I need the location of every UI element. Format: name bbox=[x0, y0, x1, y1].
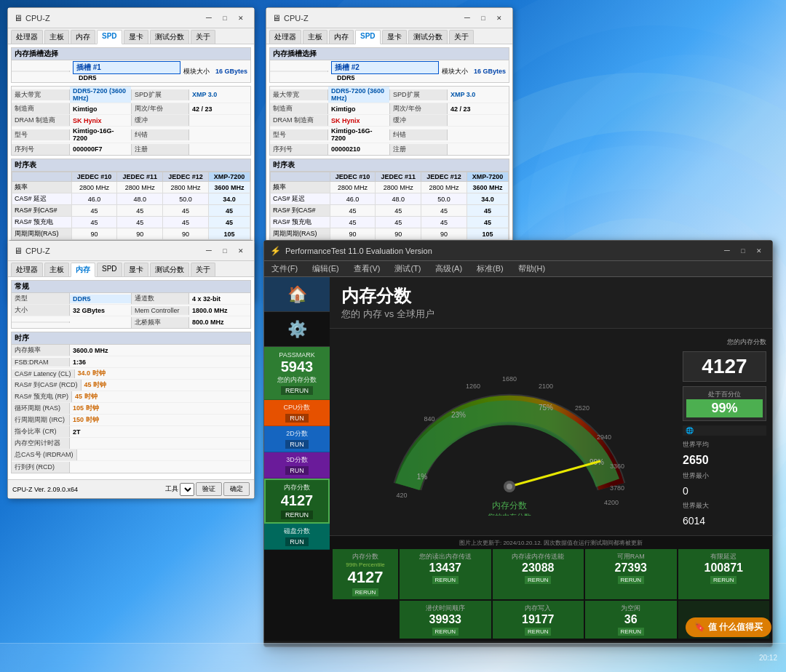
tab-processor-2[interactable]: 处理器 bbox=[269, 30, 301, 44]
passmark-score: 5943 bbox=[267, 359, 327, 375]
tab-spd-1[interactable]: SPD bbox=[97, 30, 122, 44]
minimize-btn-1[interactable]: ─ bbox=[202, 12, 216, 24]
restore-btn-1[interactable]: □ bbox=[218, 12, 232, 24]
rerun-27393[interactable]: RERUN bbox=[618, 576, 644, 584]
tab-about-3[interactable]: 关于 bbox=[191, 263, 215, 276]
slot-select-1[interactable]: 插槽 #1 bbox=[73, 61, 180, 74]
th-xmp-1: XMP-7200 bbox=[208, 172, 250, 182]
cpu-run[interactable]: RUN bbox=[285, 414, 309, 423]
mem-ctrl-label-3: Mem Controller bbox=[131, 306, 189, 315]
nb-freq-val-3: 800.0 MHz bbox=[189, 318, 250, 327]
passmark-tile[interactable]: PASSMARK 5943 您的内存分数 RERUN bbox=[264, 347, 330, 400]
cycle-ras-j10-1: 90 bbox=[71, 228, 117, 240]
passmark-rerun[interactable]: RERUN bbox=[281, 386, 313, 395]
registered-label-1: 缓冲 bbox=[131, 115, 189, 126]
restore-btn-2[interactable]: □ bbox=[476, 12, 491, 24]
freq-jedec11-1: 2800 MHz bbox=[117, 182, 163, 193]
menu-help[interactable]: 帮助(H) bbox=[511, 262, 552, 276]
tab-memory-3[interactable]: 内存 bbox=[71, 263, 95, 277]
minimize-btn-3[interactable]: ─ bbox=[202, 245, 216, 257]
close-btn-1[interactable]: ✕ bbox=[234, 12, 248, 24]
timing-title-3: 时序 bbox=[12, 332, 250, 345]
close-btn-3[interactable]: ✕ bbox=[234, 245, 248, 257]
timing-title-2: 时序表 bbox=[270, 159, 509, 172]
disk-score-tile[interactable]: 磁盘分数 RUN bbox=[264, 524, 330, 550]
verify-btn-3[interactable]: 验证 bbox=[196, 482, 222, 496]
th-empty-2 bbox=[271, 172, 330, 182]
spd-ext-label-1: SPD扩展 bbox=[131, 89, 189, 100]
svg-text:1%: 1% bbox=[416, 473, 427, 481]
mem-main-rerun[interactable]: RERUN bbox=[352, 588, 378, 596]
tab-about-2[interactable]: 关于 bbox=[449, 30, 474, 44]
close-btn-2[interactable]: ✕ bbox=[492, 12, 507, 24]
rerun-39933[interactable]: RERUN bbox=[432, 628, 458, 636]
home-btn[interactable]: 🏠 bbox=[264, 277, 330, 312]
serial-val-2: 00000210 bbox=[328, 145, 389, 153]
threed-score-tile[interactable]: 3D分数 RUN bbox=[264, 452, 330, 479]
tab-score-1[interactable]: 测试分数 bbox=[150, 30, 189, 44]
menu-file[interactable]: 文件(F) bbox=[264, 262, 305, 276]
menu-advanced[interactable]: 高级(A) bbox=[428, 262, 469, 276]
close-perf[interactable]: ✕ bbox=[752, 245, 766, 257]
slot-select-2[interactable]: 插槽 #2 bbox=[331, 61, 439, 74]
tab-processor-3[interactable]: 处理器 bbox=[11, 263, 43, 276]
tab-score-2[interactable]: 测试分数 bbox=[408, 30, 448, 44]
rerun-23088[interactable]: RERUN bbox=[525, 576, 551, 584]
cas-label-2: CAS# 延迟 bbox=[271, 193, 330, 205]
tab-memory-2[interactable]: 内存 bbox=[329, 30, 354, 44]
correction-val-2 bbox=[448, 134, 509, 135]
restore-btn-3[interactable]: □ bbox=[218, 245, 232, 257]
tab-gpu-2[interactable]: 显卡 bbox=[382, 30, 407, 44]
free-mem-label-3: 内存空闲计时器 bbox=[12, 438, 70, 449]
tab-processor-1[interactable]: 处理器 bbox=[11, 30, 43, 44]
cpu-score-tile[interactable]: CPU分数 RUN bbox=[264, 400, 330, 426]
menu-edit[interactable]: 编辑(E) bbox=[305, 262, 346, 276]
rerun-19177[interactable]: RERUN bbox=[525, 628, 551, 636]
slot-label-2 bbox=[270, 71, 328, 72]
dram-maker-val-1: SK Hynix bbox=[70, 116, 131, 125]
model-label-1: 型号 bbox=[12, 129, 70, 140]
world-max-label: 世界最大 bbox=[683, 501, 766, 511]
cpuz-tabs-3: 处理器 主板 内存 SPD 显卡 测试分数 关于 bbox=[8, 261, 254, 277]
cas-label-3: CAS# Latency (CL) bbox=[12, 369, 75, 378]
cycle-row-3: 循环周期 (RAS) 105 时钟 bbox=[12, 403, 250, 415]
tab-score-3[interactable]: 测试分数 bbox=[150, 263, 189, 276]
tab-gpu-1[interactable]: 显卡 bbox=[124, 30, 148, 44]
tab-spd-2[interactable]: SPD bbox=[355, 30, 381, 44]
tab-gpu-3[interactable]: 显卡 bbox=[124, 263, 148, 276]
mem-rerun[interactable]: RERUN bbox=[281, 511, 313, 519]
mem-main-label: 内存分数 bbox=[336, 552, 395, 561]
tab-board-3[interactable]: 主板 bbox=[44, 263, 69, 276]
twod-score-tile[interactable]: 2D分数 RUN bbox=[264, 426, 330, 452]
minimize-perf[interactable]: ─ bbox=[720, 245, 734, 257]
ras-cas-label-3: RAS# 到CAS# (RCD) bbox=[12, 380, 82, 391]
threed-run[interactable]: RUN bbox=[285, 466, 309, 475]
menu-test[interactable]: 测试(T) bbox=[387, 262, 428, 276]
tab-board-2[interactable]: 主板 bbox=[303, 30, 328, 44]
rerun-100871[interactable]: RERUN bbox=[710, 576, 737, 584]
restore-perf[interactable]: □ bbox=[736, 245, 750, 257]
week-year-val-1: 42 / 23 bbox=[189, 105, 250, 113]
settings-btn[interactable]: ⚙️ bbox=[264, 312, 330, 347]
rerun-36[interactable]: RERUN bbox=[618, 628, 644, 636]
menu-standard[interactable]: 标准(B) bbox=[469, 262, 511, 276]
minimize-btn-2[interactable]: ─ bbox=[460, 12, 475, 24]
label-27393: 可用RAM bbox=[588, 552, 674, 561]
registered-label-2: 缓冲 bbox=[389, 115, 448, 126]
percentile-val: 99% bbox=[686, 399, 763, 417]
mem-score-main-tile: 内存分数 99th Percentile 4127 RERUN bbox=[333, 549, 398, 599]
confirm-btn-3[interactable]: 确定 bbox=[223, 482, 250, 496]
menu-view[interactable]: 查看(V) bbox=[346, 262, 388, 276]
model-row-2: 型号 Kimtigo-16G-7200 纠错 bbox=[270, 127, 509, 143]
tab-about-1[interactable]: 关于 bbox=[191, 30, 215, 44]
tab-board-1[interactable]: 主板 bbox=[44, 30, 69, 44]
tools-select-3[interactable] bbox=[180, 483, 194, 496]
perf-subtitle: 您的 内存 vs 全球用户 bbox=[341, 308, 761, 321]
tab-memory-1[interactable]: 内存 bbox=[71, 30, 95, 44]
memory-score-tile[interactable]: 内存分数 4127 RERUN bbox=[264, 479, 330, 524]
tab-spd-3[interactable]: SPD bbox=[97, 263, 122, 276]
twod-run[interactable]: RUN bbox=[285, 440, 309, 449]
cpuz-title-2: CPU-Z bbox=[284, 14, 460, 23]
disk-run[interactable]: RUN bbox=[285, 537, 309, 546]
rerun-13437[interactable]: RERUN bbox=[432, 576, 458, 584]
